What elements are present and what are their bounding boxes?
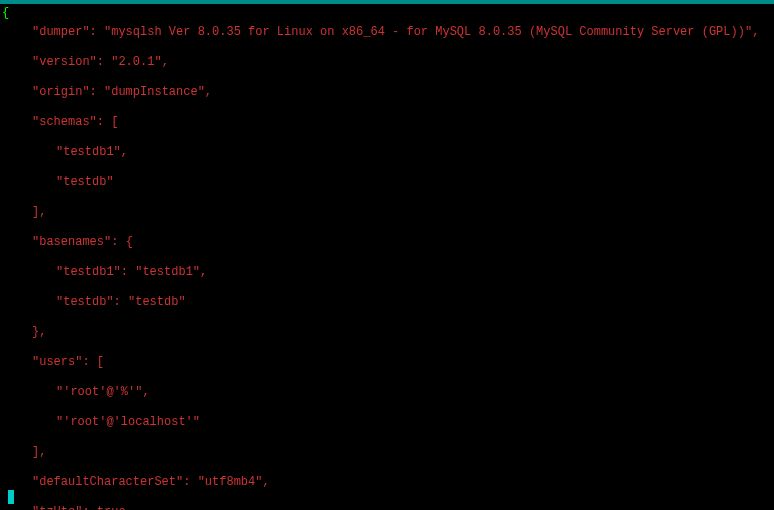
json-close: ], <box>32 445 46 459</box>
prompt-brace: { <box>2 6 10 21</box>
json-close: }, <box>32 325 46 339</box>
json-value: "2.0.1" <box>111 55 161 69</box>
json-value: "utf8mb4" <box>198 475 263 489</box>
json-key: "dumper" <box>32 25 90 39</box>
json-value: "dumpInstance" <box>104 85 205 99</box>
json-array-item: "'root'@'%'" <box>56 385 142 399</box>
json-key: "users" <box>32 355 82 369</box>
json-key: "basenames" <box>32 235 111 249</box>
json-array-item: "testdb" <box>56 175 114 189</box>
json-key: "tzUtc" <box>32 505 82 510</box>
json-key: "defaultCharacterSet" <box>32 475 183 489</box>
json-key: "testdb1" <box>56 265 121 279</box>
json-key: "origin" <box>32 85 90 99</box>
json-value: "mysqlsh Ver 8.0.35 for Linux on x86_64 … <box>104 25 752 39</box>
json-key: "version" <box>32 55 97 69</box>
json-key: "schemas" <box>32 115 97 129</box>
json-key: "testdb" <box>56 295 114 309</box>
json-array-item: "'root'@'localhost'" <box>56 415 200 429</box>
json-value: "testdb" <box>128 295 186 309</box>
terminal-cursor <box>8 490 14 504</box>
json-array-item: "testdb1" <box>56 145 121 159</box>
json-value: true <box>97 505 126 510</box>
json-value: "testdb1" <box>135 265 200 279</box>
json-close: ], <box>32 205 46 219</box>
terminal-output[interactable]: "dumper": "mysqlsh Ver 8.0.35 for Linux … <box>0 4 774 510</box>
terminal-window: { "dumper": "mysqlsh Ver 8.0.35 for Linu… <box>0 0 774 510</box>
